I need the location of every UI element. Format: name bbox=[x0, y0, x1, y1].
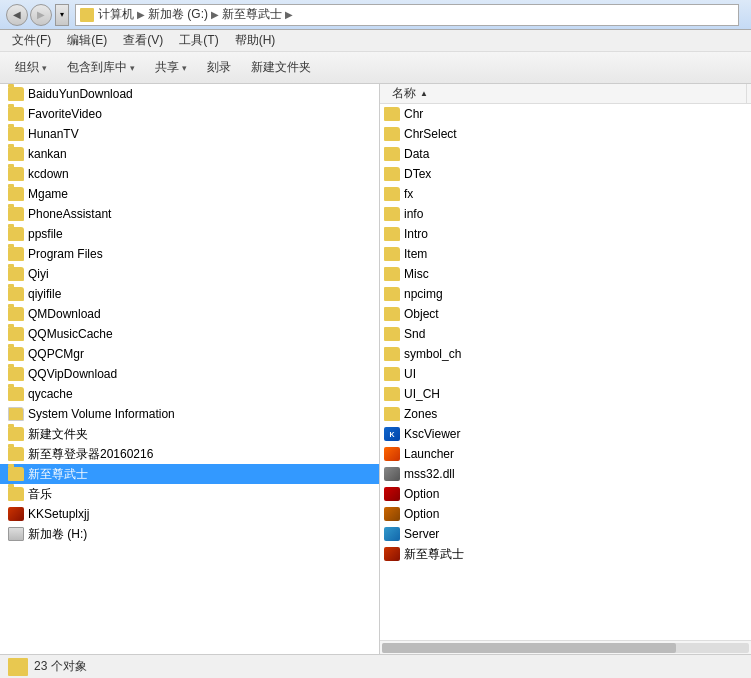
breadcrumb-folder[interactable]: 新至尊武士 bbox=[222, 6, 282, 23]
menu-file[interactable]: 文件(F) bbox=[4, 30, 59, 51]
left-folder-kcdown[interactable]: kcdown bbox=[0, 164, 379, 184]
file-Option2[interactable]: Option bbox=[380, 504, 751, 524]
left-folder-xzzWushi[interactable]: 新至尊武士 bbox=[0, 464, 379, 484]
file-Data[interactable]: Data bbox=[380, 144, 751, 164]
file-ChrSelect[interactable]: ChrSelect bbox=[380, 124, 751, 144]
col-header-name[interactable]: 名称 ▲ bbox=[384, 84, 747, 103]
folder-icon bbox=[8, 207, 24, 221]
address-folder-icon bbox=[80, 8, 94, 22]
menu-edit[interactable]: 编辑(E) bbox=[59, 30, 115, 51]
status-folder-icon bbox=[8, 658, 28, 676]
folder-icon bbox=[384, 167, 400, 181]
kksetup-icon bbox=[8, 507, 24, 521]
menu-help[interactable]: 帮助(H) bbox=[227, 30, 284, 51]
folder-icon bbox=[384, 407, 400, 421]
back-button[interactable]: ◀ bbox=[6, 4, 28, 26]
folder-icon bbox=[8, 287, 24, 301]
left-folder-kankan[interactable]: kankan bbox=[0, 144, 379, 164]
left-folder-Qiyi[interactable]: Qiyi bbox=[0, 264, 379, 284]
kscviewer-icon: K bbox=[384, 427, 400, 441]
left-folder-BaiduYunDownload[interactable]: BaiduYunDownload bbox=[0, 84, 379, 104]
file-xzzWushi[interactable]: 新至尊武士 bbox=[380, 544, 751, 564]
file-KscViewer[interactable]: K KscViewer bbox=[380, 424, 751, 444]
library-dropdown-icon: ▾ bbox=[130, 63, 135, 73]
left-folder-QQVipDownload[interactable]: QQVipDownload bbox=[0, 364, 379, 384]
folder-icon bbox=[8, 227, 24, 241]
left-folder-PhoneAssistant[interactable]: PhoneAssistant bbox=[0, 204, 379, 224]
organize-button[interactable]: 组织 ▾ bbox=[6, 55, 56, 81]
server-icon bbox=[384, 527, 400, 541]
address-bar[interactable]: 计算机 ▶ 新加卷 (G:) ▶ 新至尊武士 ▶ bbox=[75, 4, 739, 26]
left-folder-SystemVolume[interactable]: System Volume Information bbox=[0, 404, 379, 424]
folder-icon bbox=[384, 247, 400, 261]
left-folder-yinyue[interactable]: 音乐 bbox=[0, 484, 379, 504]
left-pane[interactable]: BaiduYunDownload FavoriteVideo HunanTV k… bbox=[0, 84, 380, 654]
file-info[interactable]: info bbox=[380, 204, 751, 224]
left-folder-QQPCMgr[interactable]: QQPCMgr bbox=[0, 344, 379, 364]
left-folder-xinjian[interactable]: 新建文件夹 bbox=[0, 424, 379, 444]
left-folder-qycache[interactable]: qycache bbox=[0, 384, 379, 404]
right-pane-header: 名称 ▲ bbox=[380, 84, 751, 104]
folder-icon bbox=[384, 307, 400, 321]
main-area: BaiduYunDownload FavoriteVideo HunanTV k… bbox=[0, 84, 751, 654]
file-npcimg[interactable]: npcimg bbox=[380, 284, 751, 304]
share-button[interactable]: 共享 ▾ bbox=[146, 55, 196, 81]
left-folder-QMDownload[interactable]: QMDownload bbox=[0, 304, 379, 324]
file-Launcher[interactable]: Launcher bbox=[380, 444, 751, 464]
file-Misc[interactable]: Misc bbox=[380, 264, 751, 284]
left-folder-xzzDenglv[interactable]: 新至尊登录器20160216 bbox=[0, 444, 379, 464]
left-folder-QQMusicCache[interactable]: QQMusicCache bbox=[0, 324, 379, 344]
file-Snd[interactable]: Snd bbox=[380, 324, 751, 344]
file-Intro[interactable]: Intro bbox=[380, 224, 751, 244]
left-folder-Mgame[interactable]: Mgame bbox=[0, 184, 379, 204]
folder-icon bbox=[384, 227, 400, 241]
forward-button[interactable]: ▶ bbox=[30, 4, 52, 26]
right-pane-scroll[interactable]: Chr ChrSelect Data DTex fx info bbox=[380, 104, 751, 640]
menu-tools[interactable]: 工具(T) bbox=[171, 30, 226, 51]
breadcrumb-drive[interactable]: 新加卷 (G:) bbox=[148, 6, 208, 23]
left-folder-HunanTV[interactable]: HunanTV bbox=[0, 124, 379, 144]
folder-icon bbox=[384, 127, 400, 141]
toolbar: 组织 ▾ 包含到库中 ▾ 共享 ▾ 刻录 新建文件夹 bbox=[0, 52, 751, 84]
file-symbol_ch[interactable]: symbol_ch bbox=[380, 344, 751, 364]
left-folder-qiyifile[interactable]: qiyifile bbox=[0, 284, 379, 304]
file-Chr[interactable]: Chr bbox=[380, 104, 751, 124]
status-text: 23 个对象 bbox=[34, 658, 87, 675]
file-mss32dll[interactable]: mss32.dll bbox=[380, 464, 751, 484]
file-fx[interactable]: fx bbox=[380, 184, 751, 204]
file-Server[interactable]: Server bbox=[380, 524, 751, 544]
launcher-icon bbox=[384, 447, 400, 461]
drive-icon bbox=[8, 527, 24, 541]
folder-icon bbox=[8, 387, 24, 401]
file-Zones[interactable]: Zones bbox=[380, 404, 751, 424]
folder-icon bbox=[8, 347, 24, 361]
folder-icon bbox=[8, 167, 24, 181]
breadcrumb-computer[interactable]: 计算机 bbox=[98, 6, 134, 23]
left-folder-FavoriteVideo[interactable]: FavoriteVideo bbox=[0, 104, 379, 124]
menu-bar: 文件(F) 编辑(E) 查看(V) 工具(T) 帮助(H) bbox=[0, 30, 751, 52]
file-Option1[interactable]: Option bbox=[380, 484, 751, 504]
file-UI_CH[interactable]: UI_CH bbox=[380, 384, 751, 404]
left-folder-ProgramFiles[interactable]: Program Files bbox=[0, 244, 379, 264]
left-folder-KKSetup[interactable]: KKSetuplxjj bbox=[0, 504, 379, 524]
sort-arrow: ▲ bbox=[420, 89, 428, 98]
nav-dropdown[interactable]: ▾ bbox=[55, 4, 69, 26]
horizontal-scrollbar[interactable] bbox=[380, 640, 751, 654]
folder-icon bbox=[8, 147, 24, 161]
file-UI[interactable]: UI bbox=[380, 364, 751, 384]
folder-icon bbox=[8, 267, 24, 281]
left-drive-H[interactable]: 新加卷 (H:) bbox=[0, 524, 379, 544]
file-DTex[interactable]: DTex bbox=[380, 164, 751, 184]
menu-view[interactable]: 查看(V) bbox=[115, 30, 171, 51]
left-folder-ppsfile[interactable]: ppsfile bbox=[0, 224, 379, 244]
option1-icon bbox=[384, 487, 400, 501]
burn-button[interactable]: 刻录 bbox=[198, 55, 240, 81]
file-Item[interactable]: Item bbox=[380, 244, 751, 264]
file-Object[interactable]: Object bbox=[380, 304, 751, 324]
status-bar: 23 个对象 bbox=[0, 654, 751, 678]
breadcrumb-sep-3: ▶ bbox=[285, 9, 293, 20]
include-library-button[interactable]: 包含到库中 ▾ bbox=[58, 55, 144, 81]
new-folder-button[interactable]: 新建文件夹 bbox=[242, 55, 320, 81]
folder-icon bbox=[384, 347, 400, 361]
folder-icon bbox=[384, 327, 400, 341]
